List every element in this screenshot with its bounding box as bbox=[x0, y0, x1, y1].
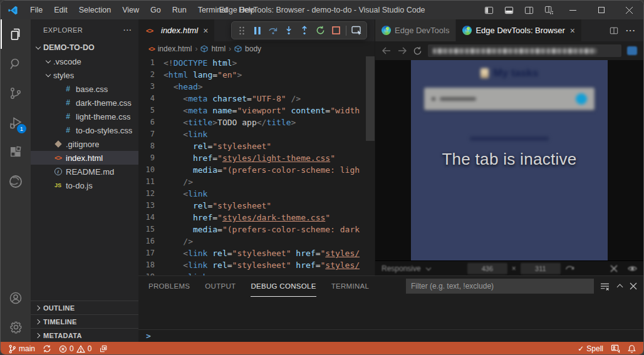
feedback-button[interactable] bbox=[607, 342, 624, 355]
close-button[interactable] bbox=[615, 1, 643, 19]
tree-item-styles[interactable]: styles bbox=[31, 68, 138, 82]
debug-console-output[interactable] bbox=[138, 297, 643, 329]
debug-console-prompt[interactable]: > bbox=[138, 329, 643, 342]
readme-info-icon: i bbox=[53, 168, 63, 175]
tree-item-readme-md[interactable]: iREADME.md bbox=[31, 165, 138, 178]
debug-stop-button[interactable] bbox=[328, 23, 343, 38]
forward-icon[interactable] bbox=[397, 46, 407, 55]
tab-close-icon[interactable]: × bbox=[570, 26, 575, 36]
notifications-bell-icon[interactable] bbox=[624, 342, 640, 355]
device-mode-dropdown[interactable]: Responsive bbox=[382, 264, 432, 273]
spell-checker-status[interactable]: ✓ Spell bbox=[574, 342, 607, 355]
device-width-input[interactable]: 436 bbox=[467, 263, 507, 274]
panel-tab-output[interactable]: OUTPUT bbox=[205, 276, 236, 297]
device-height-input[interactable]: 311 bbox=[521, 263, 561, 274]
page-hint-text bbox=[470, 136, 549, 141]
back-icon[interactable] bbox=[382, 46, 392, 55]
debug-step-over-button[interactable] bbox=[266, 23, 281, 38]
menu-go[interactable]: Go bbox=[145, 1, 167, 19]
line-number: 10 bbox=[138, 164, 164, 176]
line-number: 14 bbox=[138, 212, 164, 224]
tab-edge-devtools[interactable]: Edge DevTools bbox=[375, 19, 456, 41]
tree-item-base-css[interactable]: #base.css bbox=[31, 82, 138, 96]
settings-gear-icon[interactable] bbox=[1, 312, 31, 342]
tree-item-demo-to-do[interactable]: DEMO-TO-DO bbox=[31, 41, 138, 54]
menu-edit[interactable]: Edit bbox=[48, 1, 73, 19]
edge-devtools-icon[interactable] bbox=[1, 167, 31, 196]
tree-item-vscode[interactable]: .vscode bbox=[31, 54, 138, 68]
scrollbar-thumb[interactable] bbox=[366, 56, 375, 141]
url-bar[interactable] bbox=[428, 44, 621, 57]
check-icon: ✓ bbox=[578, 344, 584, 353]
tree-item-dark-theme-css[interactable]: #dark-theme.css bbox=[31, 96, 138, 110]
code-line: 11 /> bbox=[138, 176, 375, 188]
console-filter-input[interactable] bbox=[406, 279, 594, 294]
tree-item-to-do-js[interactable]: JSto-do.js bbox=[31, 178, 138, 192]
sidebar-section-outline[interactable]: OUTLINE bbox=[31, 301, 138, 314]
more-actions-icon[interactable]: ··· bbox=[626, 26, 636, 35]
code-lines: 1<!DOCTYPE html>2<html lang="en">3 <head… bbox=[138, 57, 375, 275]
debug-pause-button[interactable] bbox=[250, 23, 265, 38]
tab-close-icon[interactable]: × bbox=[203, 26, 208, 36]
add-task-button[interactable] bbox=[576, 93, 587, 105]
tree-item-to-do-styles-css[interactable]: #to-do-styles.css bbox=[31, 123, 138, 137]
account-icon[interactable] bbox=[1, 283, 31, 312]
debug-step-into-button[interactable] bbox=[281, 23, 296, 38]
reload-icon[interactable] bbox=[413, 46, 422, 56]
code-line: 19 <link bbox=[138, 271, 375, 275]
panel-tab-terminal[interactable]: TERMINAL bbox=[331, 276, 370, 297]
customize-layout-icon[interactable] bbox=[539, 1, 559, 19]
debug-launch-indicator[interactable] bbox=[95, 342, 112, 355]
tab-edge-devtools-browser[interactable]: Edge DevTools: Browser× bbox=[456, 19, 582, 41]
sidebar-section-timeline[interactable]: TIMELINE bbox=[31, 314, 138, 328]
debug-step-out-button[interactable] bbox=[297, 23, 312, 38]
toggle-sidebar-icon[interactable] bbox=[479, 1, 499, 19]
menu-run[interactable]: Run bbox=[167, 1, 192, 19]
vscode-window: FileEditSelectionViewGoRunTerminalHelp E… bbox=[0, 0, 644, 355]
explorer-more-icon[interactable]: ··· bbox=[123, 26, 132, 34]
explorer-icon[interactable] bbox=[1, 19, 31, 49]
debug-drag-handle[interactable] bbox=[234, 23, 249, 38]
clear-console-icon[interactable] bbox=[600, 282, 610, 291]
menu-selection[interactable]: Selection bbox=[73, 1, 117, 19]
browser-extra-icon[interactable] bbox=[627, 46, 637, 55]
sidebar-section-metadata[interactable]: METADATA bbox=[31, 328, 138, 342]
line-content: <title>TODO app</title> bbox=[164, 116, 375, 128]
minimize-button[interactable] bbox=[559, 1, 587, 19]
browser-toolbar bbox=[375, 41, 643, 60]
search-icon[interactable] bbox=[1, 49, 31, 78]
close-screencast-icon[interactable] bbox=[610, 265, 618, 272]
inspect-screencast-button[interactable] bbox=[349, 23, 364, 38]
breadcrumb-html[interactable]: html bbox=[200, 44, 226, 53]
toggle-panel-icon[interactable] bbox=[499, 1, 519, 19]
tab-index-html[interactable]: <> index.html × bbox=[138, 19, 215, 41]
split-editor-icon[interactable] bbox=[610, 26, 618, 35]
extensions-icon[interactable] bbox=[1, 137, 31, 167]
close-panel-icon[interactable] bbox=[630, 282, 637, 290]
eye-icon[interactable] bbox=[628, 265, 637, 272]
source-control-icon[interactable] bbox=[1, 78, 31, 108]
task-input[interactable] bbox=[424, 88, 595, 110]
tree-item-light-theme-css[interactable]: #light-theme.css bbox=[31, 110, 138, 123]
branch-indicator[interactable]: main bbox=[4, 342, 39, 355]
menu-file[interactable]: File bbox=[24, 1, 48, 19]
panel-tab-debug-console[interactable]: DEBUG CONSOLE bbox=[251, 276, 316, 297]
breadcrumb-file[interactable]: <> index.html bbox=[148, 44, 192, 53]
run-debug-icon[interactable]: 1 bbox=[1, 108, 31, 137]
debug-restart-button[interactable] bbox=[313, 23, 328, 38]
code-editor[interactable]: 1<!DOCTYPE html>2<html lang="en">3 <head… bbox=[138, 56, 375, 275]
problems-indicator[interactable]: 0 0 bbox=[55, 342, 95, 355]
maximize-button[interactable] bbox=[587, 1, 615, 19]
tree-item-gitignore[interactable]: .gitignore bbox=[31, 137, 138, 151]
breadcrumb-body[interactable]: body bbox=[234, 44, 261, 53]
sync-changes-button[interactable] bbox=[39, 342, 55, 355]
toolbar-divider bbox=[346, 26, 346, 36]
tree-item-index-html[interactable]: <>index.html bbox=[31, 151, 138, 165]
toggle-secondary-sidebar-icon[interactable] bbox=[519, 1, 539, 19]
code-line: 16 /> bbox=[138, 235, 375, 247]
panel-tab-problems[interactable]: PROBLEMS bbox=[148, 276, 190, 297]
menu-view[interactable]: View bbox=[117, 1, 145, 19]
maximize-panel-icon[interactable] bbox=[616, 282, 623, 290]
inactive-overlay: The tab is inactive bbox=[411, 150, 608, 169]
rotate-icon[interactable] bbox=[565, 264, 574, 272]
